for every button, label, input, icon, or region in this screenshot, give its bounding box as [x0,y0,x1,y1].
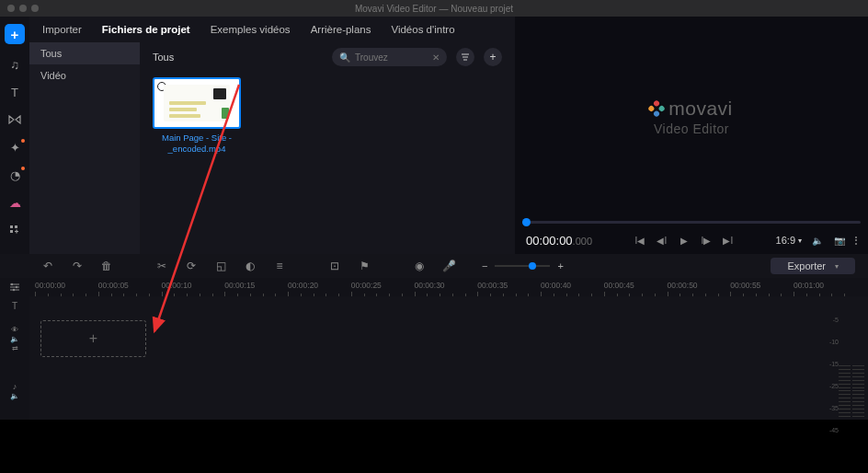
timeline-settings-icon[interactable] [0,278,29,296]
tab-arriere-plans[interactable]: Arrière-plans [311,24,371,35]
next-frame-button[interactable]: I▶ [700,234,713,247]
transition-wizard-button[interactable]: ⊡ [327,259,342,273]
meter-label: -10 [829,339,839,345]
preview-options-icon[interactable] [855,236,857,245]
zoom-out-icon[interactable]: − [482,260,487,271]
undo-button[interactable]: ↶ [40,259,55,273]
ruler-label: 00:00:15 [224,281,255,290]
audio-track[interactable]: -5-10-15-25-35-45 [29,363,868,420]
seek-bar[interactable] [522,221,861,224]
search-icon: 🔍 [339,52,350,63]
prev-frame-button[interactable]: ◀I [656,234,668,247]
media-tabs: Importer Fichiers de projet Exemples vid… [29,17,515,42]
ruler-label: 00:01:00 [794,281,824,290]
timeline-ruler[interactable]: 00:00:0000:00:0500:00:1000:00:1500:00:20… [29,278,868,296]
title-track[interactable] [29,296,868,315]
filter-button[interactable] [456,48,474,66]
playback-controls: 00:00:00.000 I◀ ◀I ▶ I▶ ▶I 16:9▾ 🔈 📷 [515,226,868,254]
volume-icon[interactable]: 🔈 [811,234,824,247]
media-clip[interactable]: Main Page - Site -_encoded.mp4 [153,77,241,156]
brand-name: movavi [668,98,733,120]
next-clip-button[interactable]: ▶I [722,234,735,247]
delete-button[interactable]: 🗑 [99,259,114,273]
audio-mute-icon[interactable]: 🔈 [10,392,19,400]
media-panel: Importer Fichiers de projet Exemples vid… [29,17,515,254]
window-titlebar: Movavi Video Editor — Nouveau projet [0,0,868,17]
video-track-header[interactable]: 👁 🔈 ⇄ [0,315,29,363]
audio-track-header[interactable]: ♪ 🔈 [0,363,29,420]
ruler-label: 00:00:55 [730,281,760,290]
rotate-button[interactable]: ⟳ [184,259,199,273]
timeline-toolbar: ↶ ↷ 🗑 ✂ ⟳ ◱ ◐ ≡ ⊡ ⚑ ◉ 🎤 − + Exporter▾ [0,254,868,278]
audio-icon[interactable]: ♫ [7,57,22,72]
meter-label: -15 [829,361,839,367]
effects-icon[interactable]: ✦ [7,140,22,155]
zoom-slider[interactable] [495,265,550,267]
split-button[interactable]: ✂ [154,259,169,273]
ruler-label: 00:00:00 [35,281,65,290]
svg-rect-1 [15,225,17,228]
tab-importer[interactable]: Importer [42,24,82,35]
title-track-header[interactable]: T [0,296,29,315]
transitions-icon[interactable] [7,112,22,127]
svg-point-5 [16,286,17,288]
redo-button[interactable]: ↷ [70,259,85,273]
ruler-label: 00:00:50 [668,281,698,290]
preview-panel: movavi Video Editor 00:00:00.000 I◀ ◀I ▶… [515,17,868,254]
stickers-icon[interactable]: ◔ [7,167,22,182]
crop-button[interactable]: ◱ [213,259,228,273]
mute-icon[interactable]: 🔈 [10,335,19,343]
more-tools-icon[interactable] [7,223,22,237]
preview-placeholder: movavi Video Editor [515,17,868,217]
meter-label: -45 [829,427,839,433]
titles-icon[interactable]: T [7,85,22,99]
ruler-label: 00:00:05 [98,281,129,290]
svg-rect-0 [10,225,13,228]
ruler-label: 00:00:35 [477,281,508,290]
record-audio-button[interactable]: 🎤 [441,259,456,273]
zoom-control[interactable]: − + [482,260,564,271]
search-placeholder: Trouvez [355,52,388,63]
video-track[interactable]: + [29,315,868,363]
link-icon[interactable]: ⇄ [12,344,18,352]
meter-label: -35 [829,405,839,411]
svg-point-4 [11,283,13,285]
visibility-icon[interactable]: 👁 [11,326,18,334]
record-video-button[interactable]: ◉ [412,259,427,273]
color-button[interactable]: ◐ [243,259,257,273]
category-tous[interactable]: Tous [29,42,140,64]
snapshot-icon[interactable]: 📷 [833,234,846,247]
ruler-label: 00:00:20 [288,281,318,290]
category-list: Tous Vidéo [29,42,140,254]
add-files-button[interactable]: + [484,48,502,66]
svg-rect-2 [10,230,13,233]
brand-subtitle: Video Editor [654,121,729,136]
play-button[interactable]: ▶ [678,234,691,247]
meter-label: -5 [833,317,839,323]
callouts-icon[interactable]: ☁ [7,195,22,210]
clear-search-icon[interactable]: ✕ [432,52,440,63]
ruler-label: 00:00:40 [541,281,571,290]
browser-heading: Tous [153,52,323,63]
export-button[interactable]: Exporter▾ [771,258,855,274]
add-media-button[interactable]: + [5,24,25,44]
aspect-ratio-selector[interactable]: 16:9▾ [776,235,802,246]
ruler-label: 00:00:30 [415,281,445,290]
tab-exemples-videos[interactable]: Exemples vidéos [211,24,291,35]
meter-label: -25 [829,383,839,389]
clip-thumbnail[interactable] [153,77,241,129]
clip-props-button[interactable]: ≡ [272,259,287,273]
sidebar: + ♫ T ✦ ◔ ☁ [0,17,29,254]
movavi-logo-icon [647,99,666,118]
timecode: 00:00:00.000 [526,234,592,248]
prev-clip-button[interactable]: I◀ [634,234,646,247]
tab-fichiers-projet[interactable]: Fichiers de projet [102,24,190,35]
tab-videos-intro[interactable]: Vidéos d'intro [391,24,454,35]
search-input[interactable]: 🔍 Trouvez ✕ [332,48,447,66]
marker-button[interactable]: ⚑ [357,259,371,273]
zoom-in-icon[interactable]: + [557,260,563,271]
window-title: Movavi Video Editor — Nouveau projet [0,4,868,14]
ruler-label: 00:00:25 [351,281,382,290]
drop-zone[interactable]: + [40,320,146,357]
category-video[interactable]: Vidéo [29,64,140,87]
